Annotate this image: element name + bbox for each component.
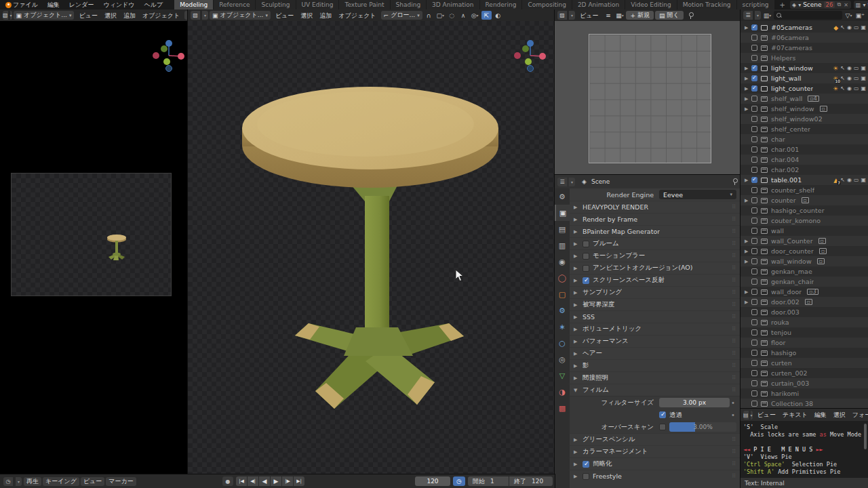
drag-grip-icon[interactable]: ⠿	[732, 204, 736, 210]
render-camera-icon[interactable]: ▣	[861, 75, 866, 81]
outliner-row[interactable]: ▶door_counter▫	[741, 246, 868, 256]
editor-type-icon[interactable]: ☰	[743, 11, 753, 20]
outliner-row[interactable]: char.002	[741, 165, 868, 175]
properties-tab-particles[interactable]: ∗	[555, 319, 570, 335]
properties-tab-physics[interactable]: ○	[555, 335, 570, 351]
eye-icon[interactable]: ◉	[847, 85, 852, 92]
display-mode-dropdown[interactable]: ▥▾	[762, 11, 772, 20]
menu-選択[interactable]: 選択	[297, 10, 316, 21]
render-engine-dropdown[interactable]: Eevee▾	[659, 190, 736, 199]
collection-checkbox[interactable]	[751, 167, 757, 173]
section-カラーマネージメント[interactable]: ▶カラーマネージメント⠿	[570, 445, 741, 458]
monitor-icon[interactable]: ▭	[854, 177, 859, 183]
outliner-row[interactable]: ▶light_counter☀↖◉▭▣	[741, 83, 868, 94]
outliner-row[interactable]: curten	[741, 358, 868, 368]
properties-tab-texture[interactable]: ▩	[555, 400, 570, 416]
jump-to-start-button[interactable]: |◀	[236, 476, 247, 486]
section-被写界深度[interactable]: ▶被写界深度⠿	[570, 298, 741, 310]
render-camera-icon[interactable]: ▣	[861, 65, 866, 71]
viewport-camera-body[interactable]	[0, 21, 188, 474]
properties-tab-modifiers[interactable]: ⚙	[555, 302, 570, 319]
current-frame-field[interactable]: 120	[415, 476, 450, 486]
render-camera-icon[interactable]: ▣	[861, 24, 866, 30]
outliner-row[interactable]: ▶wall_door▫3	[741, 287, 868, 297]
monitor-icon[interactable]: ▭	[854, 24, 859, 30]
outliner-row[interactable]: ▶#05cameras◆↖◉▭▣	[741, 22, 868, 33]
collection-checkbox[interactable]	[751, 299, 757, 305]
outliner-row[interactable]: char	[741, 134, 868, 144]
chevron-down-icon[interactable]: ▾	[751, 411, 753, 420]
section-checkbox[interactable]	[583, 265, 589, 272]
menu-ヘルプ[interactable]: ヘルプ	[140, 0, 168, 9]
collection-checkbox[interactable]	[751, 85, 757, 92]
drag-grip-icon[interactable]: ⠿	[732, 338, 736, 344]
section-ブルーム[interactable]: ▶ブルーム⠿	[570, 237, 741, 249]
section-checkbox[interactable]	[583, 277, 589, 284]
section-HEAVYPOLY RENDER[interactable]: ▶HEAVYPOLY RENDER⠿	[570, 201, 741, 213]
collection-checkbox[interactable]	[751, 35, 757, 41]
section-BPainter Map Generator[interactable]: ▶BPainter Map Generator⠿	[570, 225, 741, 237]
select-arrow-icon[interactable]: ↖	[840, 177, 845, 183]
outliner-row[interactable]: harikomi	[741, 388, 868, 399]
editor-type-icon[interactable]: ◷	[3, 477, 13, 486]
collection-checkbox[interactable]	[751, 197, 757, 203]
close-icon[interactable]: ✕	[843, 2, 849, 8]
outliner-row[interactable]: floor	[741, 338, 868, 348]
collection-checkbox[interactable]	[751, 65, 757, 71]
timeline-menu-キーイング[interactable]: キーイング	[43, 477, 79, 486]
outliner-row[interactable]: couter_komono	[741, 216, 868, 226]
workspace-tab-scripting[interactable]: scripting	[737, 0, 774, 9]
scene-users-badge[interactable]: 26	[824, 1, 835, 8]
proportional-edit-icon[interactable]: ◌	[447, 11, 457, 20]
drag-grip-icon[interactable]: ⠿	[732, 326, 736, 332]
section-アンビエントオクルージョン(AO)[interactable]: ▶アンビエントオクルージョン(AO)⠿	[570, 262, 741, 274]
workspace-tab-2d-animation[interactable]: 2D Animation	[572, 0, 625, 9]
collection-checkbox[interactable]	[751, 370, 757, 376]
section-checkbox[interactable]	[583, 253, 589, 260]
expand-arrow-icon[interactable]: ▶	[745, 198, 751, 203]
outliner-row[interactable]: tenjou	[741, 327, 868, 338]
copy-icon[interactable]: ⧉	[837, 1, 841, 8]
auto-keying-record-button[interactable]: ●	[222, 476, 233, 486]
chevron-down-icon[interactable]: ▾	[202, 11, 208, 20]
mode-dropdown[interactable]: ▣オブジェクト...▾	[210, 11, 271, 20]
properties-tab-scene[interactable]: ◉	[555, 253, 570, 270]
chevron-down-icon[interactable]: ▾	[755, 11, 761, 20]
expand-arrow-icon[interactable]: ▶	[745, 96, 751, 102]
workspace-tab-rendering[interactable]: Rendering	[480, 0, 522, 9]
section-グリースペンシル[interactable]: ▶グリースペンシル⠿	[570, 433, 741, 445]
outliner-row[interactable]: hashigo_counter	[741, 205, 868, 216]
chevron-down-icon[interactable]: ▾	[10, 11, 12, 20]
section-checkbox[interactable]	[583, 241, 589, 247]
menu-ビュー[interactable]: ビュー	[272, 10, 297, 21]
scene-name[interactable]: Scene	[803, 1, 821, 8]
workspace-tab-sculpting[interactable]: Sculpting	[256, 0, 295, 9]
overlays-toggle-icon[interactable]: ◐	[493, 11, 503, 20]
expand-arrow-icon[interactable]: ▶	[745, 66, 751, 71]
collection-checkbox[interactable]	[751, 390, 757, 396]
collection-checkbox[interactable]	[751, 309, 757, 315]
overscan-checkbox[interactable]	[659, 424, 666, 430]
next-keyframe-button[interactable]: |▶	[282, 476, 293, 486]
open-image-button[interactable]: ▤開く	[655, 11, 684, 20]
overscan-slider[interactable]: 3.00%	[669, 422, 736, 432]
menu-編集[interactable]: 編集	[811, 409, 830, 420]
image-browse-icon[interactable]: ▦▾	[614, 11, 625, 20]
properties-tab-object-data[interactable]: ▽	[555, 367, 570, 384]
collection-checkbox[interactable]	[751, 45, 757, 51]
menu-追加[interactable]: 追加	[316, 10, 335, 21]
snap-target-dropdown[interactable]: ▢▾	[435, 11, 446, 20]
section-モーションブラー[interactable]: ▶モーションブラー⠿	[570, 249, 741, 262]
frame-end-field[interactable]: 終了120	[509, 476, 553, 486]
drag-grip-icon[interactable]: ⠿	[732, 289, 736, 296]
collection-checkbox[interactable]	[751, 177, 757, 183]
monitor-icon[interactable]: ▭	[854, 85, 859, 92]
collection-checkbox[interactable]	[751, 401, 757, 407]
expand-arrow-icon[interactable]: ▶	[745, 25, 751, 30]
collection-checkbox[interactable]	[751, 126, 757, 132]
section-Freestyle[interactable]: ▶Freestyle⠿	[570, 470, 741, 482]
collection-checkbox[interactable]	[751, 340, 757, 346]
drag-grip-icon[interactable]: ⠿	[732, 253, 736, 259]
expand-arrow-icon[interactable]: ▶	[745, 76, 751, 81]
expand-arrow-icon[interactable]: ▶	[745, 239, 751, 244]
